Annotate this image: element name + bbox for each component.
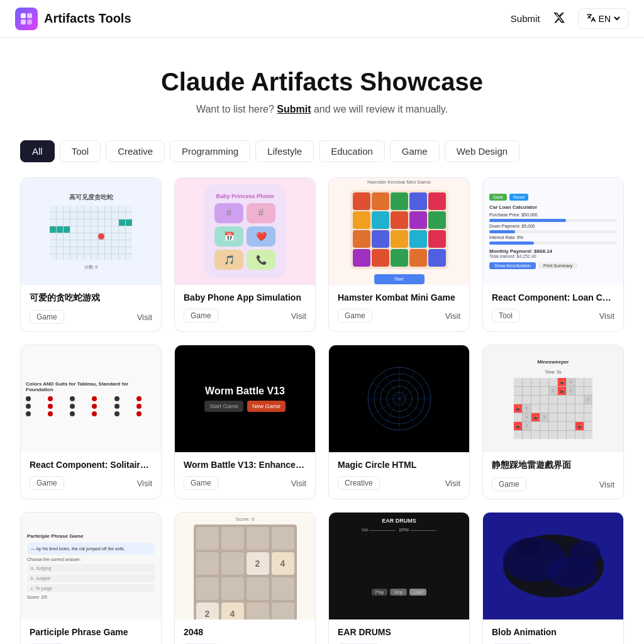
card-visit-3[interactable]: Visit [599, 311, 614, 321]
card-tag-5: Game [184, 476, 218, 490]
card-thumbnail-minesweeper: Minesweeper Time: 0s 💣32💣12💣22💣3💣2💣 [483, 345, 623, 452]
lang-label: EN [599, 14, 611, 24]
app-title: Artifacts Tools [44, 11, 131, 26]
card-title-0: 可爱的贪吃蛇游戏 [30, 292, 152, 304]
card-title-4: React Component: Solitaire ... [30, 460, 152, 470]
card-title-8: Participle Phrase Game [30, 627, 152, 637]
card-title-6: Magic Circle HTML [338, 460, 460, 470]
card-visit-2[interactable]: Visit [445, 311, 460, 321]
filter-tab-programming[interactable]: Programming [170, 140, 250, 162]
card-item-8[interactable]: Participle Phrase Game — by his tired lo… [20, 512, 162, 644]
header-right: Submit EN [511, 8, 629, 29]
card-title-7: 静態踩地雷遊戲界面 [492, 460, 614, 471]
card-item-10[interactable]: EAR DRUMS Vol —————— BPM —————— Play Sto… [328, 512, 470, 644]
card-body-3: React Component: Loan Cal...ToolVisit [483, 285, 623, 330]
card-thumbnail-solitaire: Colors AND Suits for Tableau, Standard f… [21, 345, 161, 452]
card-footer-1: GameVisit [184, 309, 306, 323]
filter-tab-game[interactable]: Game [390, 140, 440, 162]
card-body-4: React Component: Solitaire ...GameVisit [21, 452, 161, 497]
card-tag-6: Creative [338, 476, 380, 490]
logo-icon [15, 8, 38, 30]
svg-rect-1 [27, 13, 32, 18]
hero-desc-post: and we will review it manually. [314, 104, 448, 114]
card-item-4[interactable]: Colors AND Suits for Tableau, Standard f… [20, 345, 162, 499]
card-footer-2: GameVisit [338, 309, 460, 323]
card-thumbnail-hamster: Hamster Kombat Mini Game Start [329, 178, 469, 285]
card-title-10: EAR DRUMS [338, 627, 460, 637]
filter-tab-lifestyle[interactable]: Lifestyle [255, 140, 314, 162]
card-body-0: 可爱的贪吃蛇游戏GameVisit [21, 285, 161, 331]
card-footer-3: ToolVisit [492, 309, 614, 323]
card-thumbnail-worm: Worm Battle V13 Start Game New Game [175, 345, 315, 452]
card-item-11[interactable]: Blob AnimationCreativeVisit [482, 512, 624, 644]
card-title-3: React Component: Loan Cal... [492, 292, 614, 303]
card-body-6: Magic Circle HTMLCreativeVisit [329, 452, 469, 497]
card-footer-6: CreativeVisit [338, 476, 460, 490]
hero-description: Want to list here? Submit and we will re… [15, 104, 629, 115]
card-visit-7[interactable]: Visit [599, 480, 614, 489]
card-thumbnail-babyphone: Baby Princess Phone # # 📅 ❤️ 🎵 📞 [175, 178, 315, 285]
card-tag-7: Game [492, 477, 526, 491]
card-thumbnail-eardrums: EAR DRUMS Vol —————— BPM —————— Play Sto… [329, 513, 469, 619]
card-thumbnail-blob [483, 513, 623, 619]
card-tag-2: Game [338, 309, 372, 323]
card-footer-5: GameVisit [184, 476, 306, 490]
card-visit-4[interactable]: Visit [137, 479, 152, 488]
twitter-icon[interactable] [553, 11, 565, 26]
card-footer-0: GameVisit [30, 310, 152, 324]
language-button[interactable]: EN [578, 8, 629, 29]
hero-desc-pre: Want to list here? [196, 104, 277, 114]
svg-rect-2 [21, 19, 26, 25]
card-thumbnail-loan: Save Reset Car Loan Calculator Purchase … [483, 178, 623, 285]
card-item-7[interactable]: Minesweeper Time: 0s 💣32💣12💣22💣3💣2💣 静態踩地… [482, 345, 624, 499]
card-tag-1: Game [184, 309, 218, 323]
card-item-0[interactable]: 高可见度贪吃蛇 分数: 0 可爱的贪吃蛇游戏GameVisit [20, 177, 162, 332]
card-thumbnail-snake: 高可见度贪吃蛇 分数: 0 [21, 178, 161, 285]
card-visit-1[interactable]: Visit [291, 311, 306, 321]
card-tag-4: Game [30, 476, 64, 490]
hero-submit-link[interactable]: Submit [277, 104, 311, 114]
hero-title: Claude Artifacts Showcase [15, 68, 629, 96]
card-tag-0: Game [30, 310, 64, 324]
card-visit-5[interactable]: Visit [291, 479, 306, 488]
card-thumbnail-particle: Participle Phrase Game — by his tired lo… [21, 513, 161, 619]
chevron-down-icon [613, 14, 621, 24]
card-title-5: Worm Battle V13: Enhanced... [184, 460, 306, 470]
card-item-1[interactable]: Baby Princess Phone # # 📅 ❤️ 🎵 📞 Baby Ph… [174, 177, 316, 332]
card-body-11: Blob AnimationCreativeVisit [483, 619, 623, 644]
card-item-3[interactable]: Save Reset Car Loan Calculator Purchase … [482, 177, 624, 332]
svg-rect-0 [21, 13, 26, 18]
card-body-2: Hamster Kombat Mini GameGameVisit [329, 285, 469, 330]
hero-section: Claude Artifacts Showcase Want to list h… [0, 38, 644, 130]
card-body-1: Baby Phone App SimulationGameVisit [175, 285, 315, 330]
card-footer-7: GameVisit [492, 477, 614, 491]
card-title-9: 2048 [184, 627, 306, 637]
filter-tab-creative[interactable]: Creative [106, 140, 165, 162]
card-title-2: Hamster Kombat Mini Game [338, 292, 460, 303]
filter-tab-education[interactable]: Education [319, 140, 385, 162]
card-thumbnail-2048: 2048 Score: 0 2424 [175, 513, 315, 619]
filter-tab-web-design[interactable]: Web Design [445, 140, 519, 162]
svg-rect-3 [27, 19, 32, 25]
card-thumbnail-magic [329, 345, 469, 452]
filter-tab-all[interactable]: All [20, 140, 55, 162]
card-body-8: Participle Phrase GameGameVisit [21, 619, 161, 644]
submit-button[interactable]: Submit [511, 13, 540, 24]
card-title-11: Blob Animation [492, 627, 614, 637]
card-item-5[interactable]: Worm Battle V13 Start Game New Game Worm… [174, 345, 316, 499]
card-item-9[interactable]: 2048 Score: 0 2424 2048GameVisit [174, 512, 316, 644]
card-body-9: 2048GameVisit [175, 619, 315, 644]
card-item-2[interactable]: Hamster Kombat Mini Game Start Hamster K… [328, 177, 470, 332]
filter-tabs: AllToolCreativeProgrammingLifestyleEduca… [0, 130, 644, 177]
svg-point-24 [516, 538, 541, 557]
card-item-6[interactable]: Magic Circle HTMLCreativeVisit [328, 345, 470, 499]
card-visit-6[interactable]: Visit [445, 479, 460, 488]
filter-tab-tool[interactable]: Tool [60, 140, 101, 162]
card-body-7: 静態踩地雷遊戲界面GameVisit [483, 452, 623, 499]
card-grid: 高可见度贪吃蛇 分数: 0 可爱的贪吃蛇游戏GameVisit Baby Pri… [0, 177, 644, 644]
card-footer-4: GameVisit [30, 476, 152, 490]
header-left: Artifacts Tools [15, 8, 131, 30]
card-visit-0[interactable]: Visit [137, 313, 152, 322]
svg-point-25 [569, 541, 601, 566]
header: Artifacts Tools Submit EN [0, 0, 644, 38]
